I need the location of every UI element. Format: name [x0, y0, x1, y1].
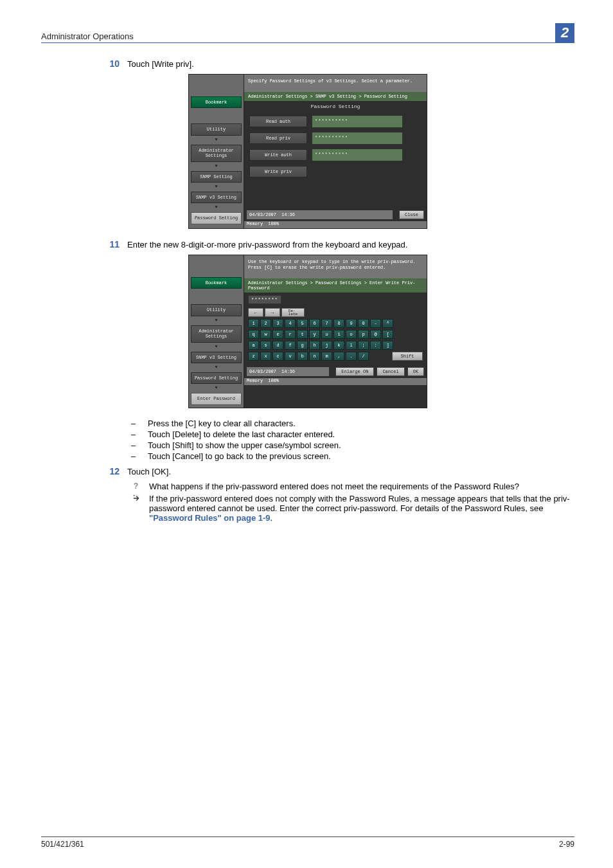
key-/[interactable]: /: [358, 352, 369, 361]
password-input[interactable]: ********: [248, 295, 281, 304]
delete-button[interactable]: De- lete: [281, 308, 305, 317]
status-memory-label: Memory: [247, 378, 263, 383]
key-.[interactable]: .: [346, 352, 357, 361]
key-g[interactable]: g: [297, 341, 308, 350]
step-text: Touch [Write priv].: [127, 59, 574, 69]
key-b[interactable]: b: [297, 352, 308, 361]
sidebar-password-setting[interactable]: Password Setting: [191, 212, 242, 224]
cursor-left-button[interactable]: ←: [248, 308, 263, 317]
sidebar-snmp-v3-setting[interactable]: SNMP v3 Setting: [191, 352, 242, 363]
key-q[interactable]: q: [248, 330, 259, 339]
key-5[interactable]: 5: [297, 319, 308, 328]
panel-password-setting: Bookmark Utility ▼ Administrator Setting…: [188, 74, 427, 229]
key-u[interactable]: u: [321, 330, 332, 339]
key-3[interactable]: 3: [272, 319, 283, 328]
key-o[interactable]: o: [346, 330, 357, 339]
sidebar-snmp-v3-setting[interactable]: SNMP v3 Setting: [191, 192, 242, 203]
answer-arrow-icon: [132, 494, 143, 523]
shift-button[interactable]: Shift: [392, 352, 423, 361]
key-][interactable]: ]: [382, 341, 393, 350]
key-h[interactable]: h: [309, 341, 320, 350]
sidebar-password-setting[interactable]: Password Setting: [191, 372, 242, 384]
sidebar-admin-settings[interactable]: Administrator Settings: [191, 145, 242, 162]
key-^[interactable]: ^: [382, 319, 393, 328]
key-i[interactable]: i: [333, 330, 344, 339]
key-v[interactable]: v: [285, 352, 296, 361]
key-j[interactable]: j: [321, 341, 332, 350]
key-2[interactable]: 2: [260, 319, 271, 328]
sidebar-snmp-setting[interactable]: SNMP Setting: [191, 171, 242, 183]
key-:[interactable]: :: [370, 341, 381, 350]
key-9[interactable]: 9: [346, 319, 357, 328]
instruction-list: –Press the [C] key to clear all characte…: [131, 419, 574, 461]
key-r[interactable]: r: [285, 330, 296, 339]
status-date: 04/03/2007: [249, 212, 276, 217]
password-rules-link[interactable]: "Password Rules" on page 1-9: [149, 513, 271, 523]
status-memory: 100%: [268, 221, 279, 226]
read-priv-button[interactable]: Read priv: [249, 132, 307, 144]
footer-left: 501/421/361: [41, 840, 84, 849]
enlarge-button[interactable]: Enlarge ON: [335, 367, 374, 376]
key-n[interactable]: n: [309, 352, 320, 361]
key-d[interactable]: d: [272, 341, 283, 350]
breadcrumb: Administrator Settings > Password Settin…: [244, 278, 427, 293]
header-title: Administrator Operations: [41, 32, 134, 41]
key-l[interactable]: l: [346, 341, 357, 350]
status-time: 14:36: [281, 212, 295, 217]
breadcrumb: Administrator Settings > SNMP v3 Setting…: [244, 92, 427, 101]
step-number: 10: [105, 59, 120, 69]
key-a[interactable]: a: [248, 341, 259, 350]
key-t[interactable]: t: [297, 330, 308, 339]
sidebar-utility[interactable]: Utility: [191, 304, 242, 316]
write-auth-button[interactable]: Write auth: [249, 149, 307, 161]
panel-subhead: Password Setting: [244, 101, 427, 112]
key-s[interactable]: s: [260, 341, 271, 350]
key-w[interactable]: w: [260, 330, 271, 339]
key-4[interactable]: 4: [285, 319, 296, 328]
status-time: 14:36: [281, 369, 295, 374]
page-header: Administrator Operations 2: [41, 23, 574, 43]
svg-point-1: [134, 495, 135, 496]
step-12: 12 Touch [OK].: [105, 466, 574, 476]
close-button[interactable]: Close: [399, 210, 424, 219]
key-m[interactable]: m: [321, 352, 332, 361]
key-6[interactable]: 6: [309, 319, 320, 328]
sidebar-enter-password[interactable]: Enter Password: [191, 393, 242, 404]
step-text: Enter the new 8-digit-or-more priv-passw…: [127, 239, 574, 249]
kb-row-3: asdfghjkl;:]: [248, 341, 423, 350]
write-priv-button[interactable]: Write priv: [249, 166, 307, 177]
key-f[interactable]: f: [285, 341, 296, 350]
step-10: 10 Touch [Write priv].: [105, 59, 574, 69]
key-;[interactable]: ;: [358, 341, 369, 350]
key-0[interactable]: 0: [358, 319, 369, 328]
cancel-button[interactable]: Cancel: [377, 367, 404, 376]
key-@[interactable]: @: [370, 330, 381, 339]
dash-icon: –: [131, 451, 140, 461]
key-7[interactable]: 7: [321, 319, 332, 328]
key-k[interactable]: k: [333, 341, 344, 350]
panel-message: Specify Password Settings of v3 Settings…: [244, 75, 427, 92]
panel-enter-password: Bookmark Utility ▼ Administrator Setting…: [188, 255, 427, 408]
key-1[interactable]: 1: [248, 319, 259, 328]
bookmark-button[interactable]: Bookmark: [191, 96, 242, 108]
key--[interactable]: -: [370, 319, 381, 328]
sidebar-admin-settings[interactable]: Administrator Settings: [191, 325, 242, 343]
read-auth-button[interactable]: Read auth: [249, 116, 307, 127]
key-c[interactable]: c: [272, 352, 283, 361]
key-z[interactable]: z: [248, 352, 259, 361]
bookmark-button[interactable]: Bookmark: [191, 277, 242, 289]
key-y[interactable]: y: [309, 330, 320, 339]
qa-answer: If the priv-password entered does not co…: [149, 494, 574, 523]
key-,[interactable]: ,: [333, 352, 344, 361]
dash-icon: –: [131, 429, 140, 439]
key-p[interactable]: p: [358, 330, 369, 339]
key-[[interactable]: [: [382, 330, 393, 339]
ok-button[interactable]: OK: [407, 367, 424, 376]
key-8[interactable]: 8: [333, 319, 344, 328]
key-e[interactable]: e: [272, 330, 283, 339]
sidebar-utility[interactable]: Utility: [191, 123, 242, 135]
cursor-right-button[interactable]: →: [265, 308, 280, 317]
arrow-down-icon: ▼: [191, 318, 242, 323]
question-icon: ?: [132, 482, 143, 493]
key-x[interactable]: x: [260, 352, 271, 361]
